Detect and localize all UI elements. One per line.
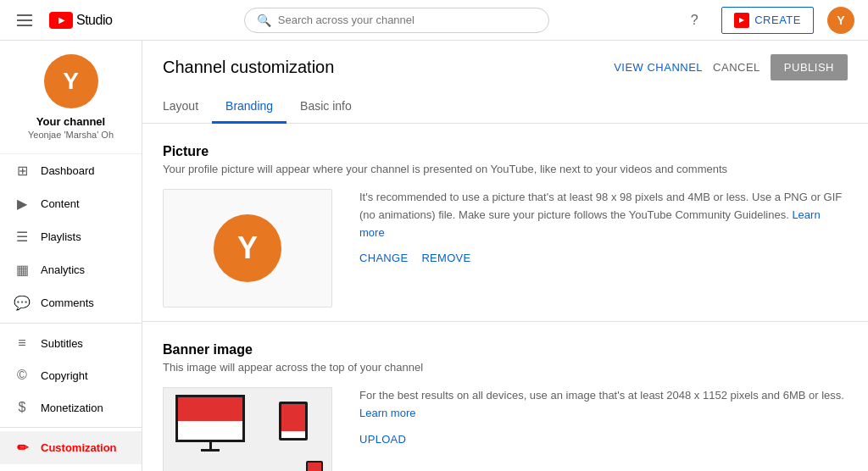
sidebar-item-label: Content xyxy=(41,197,80,210)
create-label: CREATE xyxy=(754,14,801,26)
sidebar-item-label: Copyright xyxy=(41,369,88,382)
picture-description: Your profile picture will appear where y… xyxy=(163,163,848,175)
menu-button[interactable] xyxy=(14,11,36,30)
picture-section: Picture Your profile picture will appear… xyxy=(142,124,868,322)
playlists-icon: ☰ xyxy=(14,229,31,245)
page-header: Channel customization VIEW CHANNEL CANCE… xyxy=(142,41,868,80)
view-channel-button[interactable]: VIEW CHANNEL xyxy=(614,61,703,74)
header-left: Studio xyxy=(14,11,112,30)
tabs: Layout Branding Basic info xyxy=(142,91,868,124)
sidebar-item-label: Dashboard xyxy=(41,164,95,177)
sidebar-item-content[interactable]: ▶ Content xyxy=(0,187,142,220)
picture-title: Picture xyxy=(163,144,848,159)
upload-banner-button[interactable]: UPLOAD xyxy=(359,433,406,446)
sidebar-item-label: Subtitles xyxy=(41,337,83,350)
youtube-logo-icon xyxy=(49,12,73,29)
analytics-icon: ▦ xyxy=(14,262,31,278)
publish-button[interactable]: PUBLISH xyxy=(771,54,848,80)
sidebar-item-dashboard[interactable]: ⊞ Dashboard xyxy=(0,154,142,187)
help-button[interactable]: ? xyxy=(681,7,708,34)
sidebar: Y Your channel Yeonjae 'Marsha' Oh ⊞ Das… xyxy=(0,41,142,471)
picture-preview: Y xyxy=(163,189,332,308)
sidebar-item-monetization[interactable]: $ Monetization xyxy=(0,391,142,424)
channel-name: Your channel xyxy=(10,115,131,128)
cancel-button[interactable]: CANCEL xyxy=(713,61,760,74)
monetization-icon: $ xyxy=(14,400,31,415)
customization-icon: ✏ xyxy=(14,440,31,456)
sidebar-item-settings[interactable]: ⚙ Settings xyxy=(0,464,142,471)
banner-section: Banner image This image will appear acro… xyxy=(142,322,868,471)
sidebar-divider xyxy=(0,323,142,324)
user-avatar[interactable]: Y xyxy=(827,7,854,34)
sidebar-item-label: Monetization xyxy=(41,402,103,414)
banner-preview xyxy=(163,387,332,471)
banner-actions: UPLOAD xyxy=(359,433,848,446)
comments-icon: 💬 xyxy=(14,295,31,311)
header: Studio 🔍 ? CREATE Y xyxy=(0,0,868,41)
banner-inner xyxy=(164,388,331,471)
tab-layout[interactable]: Layout xyxy=(163,91,212,124)
channel-handle: Yeonjae 'Marsha' Oh xyxy=(10,130,131,140)
sidebar-item-analytics[interactable]: ▦ Analytics xyxy=(0,253,142,286)
sidebar-item-label: Customization xyxy=(41,441,117,454)
banner-description: This image will appear across the top of… xyxy=(163,361,848,374)
banner-learn-more[interactable]: Learn more xyxy=(359,407,415,419)
banner-content: For the best results on all devices, use… xyxy=(163,387,848,471)
page-actions: VIEW CHANNEL CANCEL PUBLISH xyxy=(614,54,848,80)
tab-branding[interactable]: Branding xyxy=(212,91,287,124)
picture-info: It's recommended to use a picture that's… xyxy=(359,189,848,308)
create-icon xyxy=(734,13,749,28)
search-icon: 🔍 xyxy=(257,14,271,27)
banner-info-text: For the best results on all devices, use… xyxy=(359,387,848,423)
main-layout: Y Your channel Yeonjae 'Marsha' Oh ⊞ Das… xyxy=(0,41,868,471)
banner-title: Banner image xyxy=(163,342,848,357)
sidebar-nav: ⊞ Dashboard ▶ Content ☰ Playlists ▦ Anal… xyxy=(0,154,142,471)
sidebar-item-copyright[interactable]: © Copyright xyxy=(0,359,142,391)
banner-phone-graphic xyxy=(306,461,323,471)
studio-text: Studio xyxy=(76,13,112,28)
picture-info-text: It's recommended to use a picture that's… xyxy=(359,189,848,241)
content-icon: ▶ xyxy=(14,196,31,212)
channel-avatar: Y xyxy=(44,54,98,108)
create-button[interactable]: CREATE xyxy=(721,7,814,34)
sidebar-item-label: Playlists xyxy=(41,230,81,243)
sidebar-item-subtitles[interactable]: ≡ Subtitles xyxy=(0,327,142,359)
header-right: ? CREATE Y xyxy=(681,7,854,34)
channel-info: Y Your channel Yeonjae 'Marsha' Oh xyxy=(0,41,142,154)
sidebar-item-comments[interactable]: 💬 Comments xyxy=(0,286,142,319)
picture-content: Y It's recommended to use a picture that… xyxy=(163,189,848,308)
banner-info: For the best results on all devices, use… xyxy=(359,387,848,471)
copyright-icon: © xyxy=(14,368,31,383)
logo[interactable]: Studio xyxy=(49,12,112,29)
banner-monitor-graphic xyxy=(175,395,245,452)
dashboard-icon: ⊞ xyxy=(14,163,31,179)
content-area: Channel customization VIEW CHANNEL CANCE… xyxy=(142,41,868,471)
profile-avatar-preview: Y xyxy=(214,214,281,282)
tab-basic-info[interactable]: Basic info xyxy=(287,91,365,124)
search-input[interactable] xyxy=(278,14,537,26)
remove-picture-button[interactable]: REMOVE xyxy=(421,252,470,264)
sidebar-item-customization[interactable]: ✏ Customization xyxy=(0,431,142,464)
search-bar[interactable]: 🔍 xyxy=(244,8,549,33)
change-picture-button[interactable]: CHANGE xyxy=(359,252,408,264)
sidebar-item-playlists[interactable]: ☰ Playlists xyxy=(0,220,142,253)
banner-tablet-graphic xyxy=(279,402,308,441)
picture-actions: CHANGE REMOVE xyxy=(359,252,848,264)
sidebar-item-label: Comments xyxy=(41,296,94,309)
page-title: Channel customization xyxy=(163,58,334,77)
sidebar-divider-2 xyxy=(0,427,142,428)
subtitles-icon: ≡ xyxy=(14,335,31,351)
sidebar-item-label: Analytics xyxy=(41,263,85,276)
